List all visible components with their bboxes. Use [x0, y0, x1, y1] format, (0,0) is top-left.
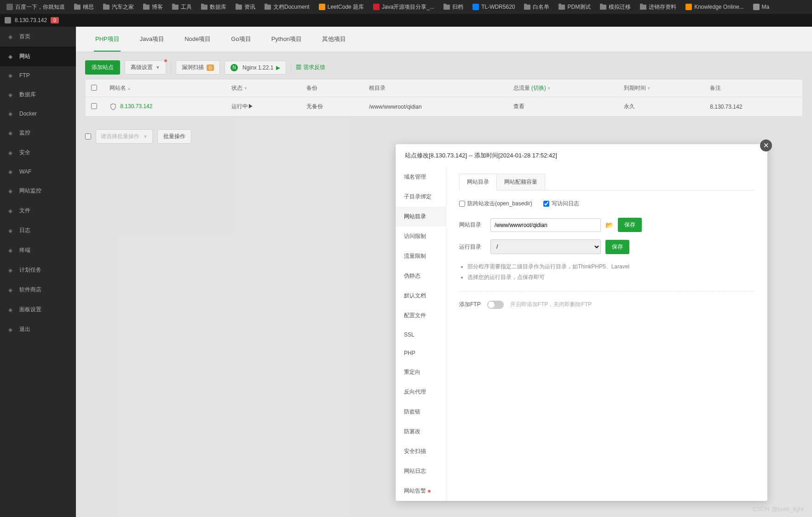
save-dir-button[interactable]: 保存 — [618, 218, 642, 232]
modal-side-label: 重定向 — [404, 369, 420, 375]
save-run-button[interactable]: 保存 — [605, 240, 629, 254]
site-dir-input[interactable] — [490, 218, 601, 232]
close-icon[interactable]: ✕ — [760, 139, 772, 151]
folder-open-icon[interactable]: 📂 — [605, 221, 613, 229]
divider — [459, 291, 754, 291]
modal-side-item[interactable]: 伪静态 — [396, 266, 446, 286]
modal-sidebar: 域名管理子目录绑定网站目录访问限制流量限制伪静态默认文档配置文件SSLPHP重定… — [396, 167, 446, 501]
modal-side-label: 反向代理 — [404, 389, 426, 395]
modal-content: 网站目录网站配额容量 防跨站攻击(open_basedir) 写访问日志 网站目… — [446, 167, 767, 501]
site-modify-modal: ✕ 站点修改[8.130.73.142] -- 添加时间[2024-01-28 … — [396, 144, 767, 501]
modal-side-label: 网站日志 — [404, 468, 426, 474]
tip-item: 选择您的运行目录，点保存即可 — [467, 272, 754, 283]
tip-item: 部分程序需要指定二级目录作为运行目录，如ThinkPHP5、Laravel — [467, 261, 754, 272]
modal-side-item[interactable]: 网站日志 — [396, 461, 446, 481]
subtab[interactable]: 网站目录 — [459, 174, 497, 191]
cross-site-checkbox[interactable]: 防跨站攻击(open_basedir) — [459, 200, 532, 208]
modal-side-item[interactable]: 默认文档 — [396, 286, 446, 306]
modal-side-label: 安全扫描 — [404, 448, 426, 454]
modal-side-label: 防篡改 — [404, 428, 420, 435]
modal-side-label: 默认文档 — [404, 292, 426, 299]
modal-side-item[interactable]: 网站目录 — [396, 207, 446, 227]
run-dir-label: 运行目录 — [459, 243, 486, 251]
modal-side-item[interactable]: 防盗链 — [396, 402, 446, 422]
modal-title: 站点修改[8.130.73.142] -- 添加时间[2024-01-28 17… — [396, 144, 767, 167]
modal-side-item[interactable]: 反向代理 — [396, 382, 446, 402]
chk1-label: 防跨站攻击(open_basedir) — [467, 200, 532, 208]
tips-list: 部分程序需要指定二级目录作为运行目录，如ThinkPHP5、Laravel选择您… — [459, 261, 754, 283]
modal-side-label: 域名管理 — [404, 174, 426, 180]
modal-side-item[interactable]: 访问限制 — [396, 227, 446, 246]
modal-side-item[interactable]: PHP — [396, 344, 446, 362]
modal-side-item[interactable]: 域名管理 — [396, 167, 446, 187]
modal-side-item[interactable]: SSL — [396, 325, 446, 344]
modal-side-label: 防盗链 — [404, 408, 420, 415]
subtabs: 网站目录网站配额容量 — [459, 174, 754, 191]
modal-side-label: 流量限制 — [404, 253, 426, 259]
modal-side-label: SSL — [404, 331, 415, 338]
modal-side-item[interactable]: 子目录绑定 — [396, 187, 446, 207]
modal-side-item[interactable]: 网站告警 — [396, 481, 446, 501]
modal-side-item[interactable]: 防篡改 — [396, 422, 446, 441]
modal-side-label: 网站告警 — [404, 488, 426, 494]
modal-side-label: 访问限制 — [404, 233, 426, 239]
modal-side-label: PHP — [404, 350, 415, 356]
modal-side-label: 伪静态 — [404, 273, 420, 279]
modal-side-item[interactable]: 重定向 — [396, 362, 446, 382]
modal-side-label: 子目录绑定 — [404, 193, 432, 200]
dir-label: 网站目录 — [459, 221, 486, 229]
modal-side-item[interactable]: 配置文件 — [396, 306, 446, 325]
access-log-checkbox[interactable]: 写访问日志 — [543, 200, 579, 208]
ftp-desc: 开启即添加FTP，关闭即删除FTP — [510, 301, 592, 308]
watermark: CSDN @pure_light — [753, 505, 804, 512]
ftp-label: 添加FTP — [459, 301, 481, 308]
run-dir-select[interactable]: / — [490, 239, 601, 254]
modal-side-label: 配置文件 — [404, 312, 426, 319]
modal-side-item[interactable]: 安全扫描 — [396, 441, 446, 461]
ftp-toggle[interactable] — [487, 301, 504, 309]
alert-dot-icon — [428, 490, 431, 493]
modal-side-item[interactable]: 流量限制 — [396, 246, 446, 266]
subtab[interactable]: 网站配额容量 — [496, 174, 545, 190]
chk2-label: 写访问日志 — [552, 200, 579, 208]
modal-side-label: 网站目录 — [404, 213, 426, 220]
